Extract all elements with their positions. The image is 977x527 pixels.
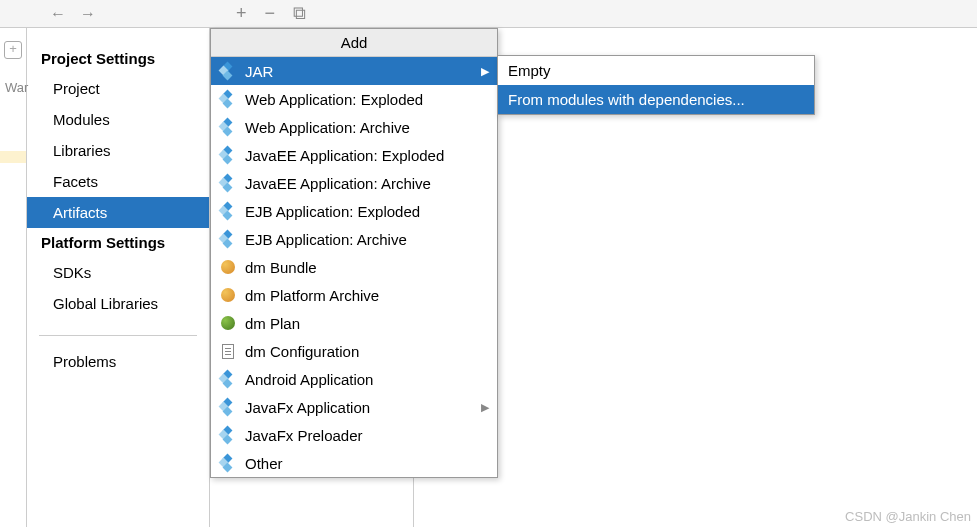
- sidebar-item-libraries[interactable]: Libraries: [27, 135, 209, 166]
- popup-item-label: JAR: [245, 63, 273, 80]
- popup-item-label: Web Application: Exploded: [245, 91, 423, 108]
- popup-item-label: JavaFx Preloader: [245, 427, 363, 444]
- popup-item-label: dm Configuration: [245, 343, 359, 360]
- jar-submenu-popup: EmptyFrom modules with dependencies...: [497, 55, 815, 115]
- chevron-right-icon: ▶: [481, 401, 489, 414]
- diamonds-icon: [219, 62, 237, 80]
- diamonds-icon: [219, 230, 237, 248]
- popup-title: Add: [211, 29, 497, 57]
- forward-button[interactable]: →: [80, 5, 96, 23]
- popup-item-android-application[interactable]: Android Application: [211, 365, 497, 393]
- doc-icon: [219, 342, 237, 360]
- popup-item-dm-configuration[interactable]: dm Configuration: [211, 337, 497, 365]
- popup-item-dm-bundle[interactable]: dm Bundle: [211, 253, 497, 281]
- popup-item-ejb-application-exploded[interactable]: EJB Application: Exploded: [211, 197, 497, 225]
- diamonds-icon: [219, 90, 237, 108]
- globe-icon: [219, 258, 237, 276]
- diamonds-icon: [219, 398, 237, 416]
- copy-button[interactable]: ⧉: [293, 3, 306, 24]
- diamonds-icon: [219, 146, 237, 164]
- diamonds-icon: [219, 202, 237, 220]
- sidebar-separator: [39, 335, 197, 336]
- popup-item-label: EJB Application: Archive: [245, 231, 407, 248]
- sidebar-item-facets[interactable]: Facets: [27, 166, 209, 197]
- left-gutter: + War: [0, 28, 27, 527]
- sidebar-item-modules[interactable]: Modules: [27, 104, 209, 135]
- popup-item-web-application-archive[interactable]: Web Application: Archive: [211, 113, 497, 141]
- diamonds-icon: [219, 370, 237, 388]
- remove-button[interactable]: −: [265, 3, 276, 24]
- gutter-label: War: [5, 80, 28, 95]
- popup-item-web-application-exploded[interactable]: Web Application: Exploded: [211, 85, 497, 113]
- sphere-icon: [219, 314, 237, 332]
- submenu-item-empty[interactable]: Empty: [498, 56, 814, 85]
- popup-item-label: dm Plan: [245, 315, 300, 332]
- popup-item-javafx-application[interactable]: JavaFx Application▶: [211, 393, 497, 421]
- popup-item-javaee-application-archive[interactable]: JavaEE Application: Archive: [211, 169, 497, 197]
- submenu-item-from-modules-with-dependencies-[interactable]: From modules with dependencies...: [498, 85, 814, 114]
- popup-item-label: dm Platform Archive: [245, 287, 379, 304]
- popup-item-label: JavaEE Application: Exploded: [245, 147, 444, 164]
- popup-item-label: EJB Application: Exploded: [245, 203, 420, 220]
- popup-item-javafx-preloader[interactable]: JavaFx Preloader: [211, 421, 497, 449]
- gutter-add-icon[interactable]: +: [4, 41, 22, 59]
- chevron-right-icon: ▶: [481, 65, 489, 78]
- globe-icon: [219, 286, 237, 304]
- toolbar: ← → + − ⧉: [0, 0, 977, 28]
- add-artifact-popup: Add JAR▶Web Application: ExplodedWeb App…: [210, 28, 498, 478]
- popup-item-jar[interactable]: JAR▶: [211, 57, 497, 85]
- popup-item-ejb-application-archive[interactable]: EJB Application: Archive: [211, 225, 497, 253]
- popup-item-label: dm Bundle: [245, 259, 317, 276]
- sidebar-item-project[interactable]: Project: [27, 73, 209, 104]
- popup-item-label: JavaFx Application: [245, 399, 370, 416]
- back-button[interactable]: ←: [50, 5, 66, 23]
- add-button[interactable]: +: [236, 3, 247, 24]
- watermark: CSDN @Jankin Chen: [845, 509, 971, 524]
- sidebar-item-problems[interactable]: Problems: [27, 346, 209, 377]
- popup-item-javaee-application-exploded[interactable]: JavaEE Application: Exploded: [211, 141, 497, 169]
- diamonds-icon: [219, 118, 237, 136]
- popup-item-label: Android Application: [245, 371, 373, 388]
- popup-item-label: JavaEE Application: Archive: [245, 175, 431, 192]
- popup-item-label: Web Application: Archive: [245, 119, 410, 136]
- diamonds-icon: [219, 174, 237, 192]
- popup-item-other[interactable]: Other: [211, 449, 497, 477]
- popup-item-label: Other: [245, 455, 283, 472]
- sidebar-item-sdks[interactable]: SDKs: [27, 257, 209, 288]
- diamonds-icon: [219, 426, 237, 444]
- diamonds-icon: [219, 454, 237, 472]
- platform-settings-heading: Platform Settings: [27, 228, 209, 257]
- settings-sidebar: Project Settings Project Modules Librari…: [27, 28, 210, 527]
- sidebar-item-artifacts[interactable]: Artifacts: [27, 197, 209, 228]
- sidebar-item-global-libraries[interactable]: Global Libraries: [27, 288, 209, 319]
- popup-item-dm-platform-archive[interactable]: dm Platform Archive: [211, 281, 497, 309]
- project-settings-heading: Project Settings: [27, 44, 209, 73]
- popup-item-dm-plan[interactable]: dm Plan: [211, 309, 497, 337]
